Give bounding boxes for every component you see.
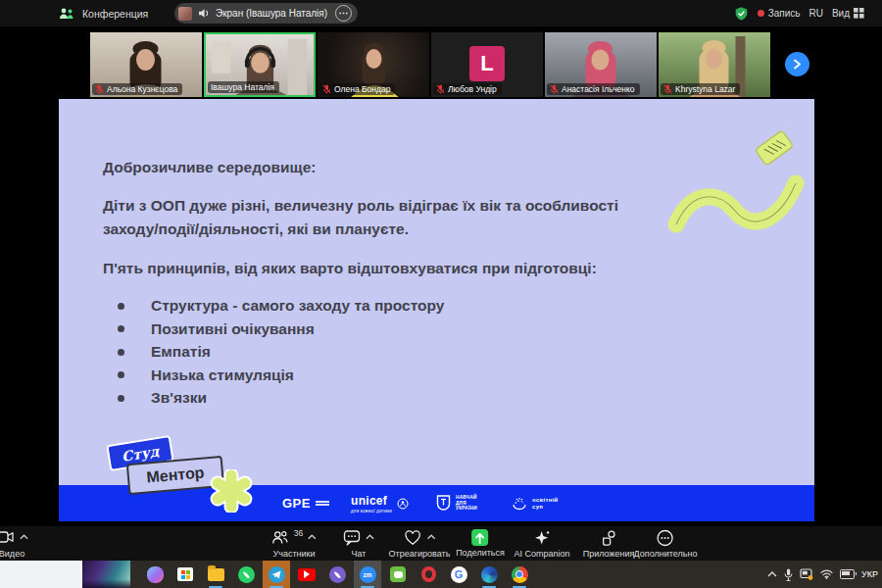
recording-indicator[interactable]: Запись: [758, 8, 801, 19]
explorer-active-underline: [209, 586, 222, 588]
view-label: Вид: [832, 8, 850, 19]
chevron-up-icon[interactable]: [308, 534, 317, 540]
teach-line3: УКРАЇНИ: [456, 506, 477, 512]
squiggle-decoration: [659, 126, 825, 244]
search-highlight-image[interactable]: [82, 561, 130, 588]
participant-name: Khrystyna Lazar: [675, 84, 735, 94]
interpretation-language[interactable]: RU: [808, 8, 822, 19]
messenger-app-icon[interactable]: [386, 563, 410, 586]
file-explorer-icon[interactable]: [204, 563, 227, 586]
bullet-dot: [118, 303, 124, 310]
participants-button[interactable]: 36 Участники: [271, 529, 317, 559]
meeting-top-bar: Конференция Экран (Івашура Наталія): [0, 0, 882, 26]
unicef-tagline: для кожної дитини: [351, 509, 392, 514]
chevron-up-icon[interactable]: [366, 534, 374, 540]
chevron-up-icon[interactable]: [426, 534, 435, 540]
tray-battery-icon[interactable]: [840, 569, 855, 579]
share-source-label: Экран (Івашура Наталія): [216, 8, 327, 19]
participant-avatar: L: [469, 46, 505, 81]
participant-nameplate: Khrystyna Lazar: [661, 83, 740, 95]
whatsapp-icon[interactable]: [234, 563, 258, 586]
participants-label: Участники: [273, 549, 316, 559]
view-button[interactable]: Вид: [832, 8, 864, 19]
share-more-button[interactable]: [335, 5, 352, 22]
video-tile-anastasiia[interactable]: Анастасія Ільченко: [545, 32, 657, 97]
screen-share-pill[interactable]: Экран (Івашура Наталія): [174, 3, 358, 24]
recording-label: Запись: [768, 8, 801, 19]
chat-button[interactable]: Чат: [343, 529, 374, 559]
video-tile-olena[interactable]: Олена Бондар: [318, 32, 429, 97]
share-screen-label: Поделиться: [456, 548, 505, 558]
ai-companion-button[interactable]: AI Companion: [514, 529, 569, 559]
participant-name: Івашура Наталія: [211, 82, 274, 92]
slide-paragraph: Діти з ООП дуже різні, величезну роль ві…: [103, 194, 671, 240]
bullet-item: Позитивні очікування: [118, 320, 444, 338]
google-icon[interactable]: G: [447, 563, 470, 586]
participant-name: Олена Бондар: [334, 84, 390, 94]
video-tile-alona[interactable]: Альона Кузнєцова: [90, 32, 202, 97]
teach-for-ukraine-emblem-icon: [436, 495, 451, 512]
unicef-logo: unicef для кожної дитини: [351, 485, 409, 521]
bullet-dot: [118, 349, 124, 356]
youtube-icon[interactable]: [295, 563, 318, 586]
asterisk-icon: [210, 469, 253, 513]
edge-icon[interactable]: [477, 563, 501, 586]
presenter-thumbnail: [178, 7, 192, 21]
bullet-text: Низька стимуляція: [151, 367, 294, 384]
unicef-logo-text: unicef: [351, 494, 387, 508]
zoom-app-letters: zm: [363, 571, 371, 578]
gpe-tagline-bars: [316, 501, 329, 506]
more-button[interactable]: Дополнительно: [634, 529, 698, 559]
gpe-logo: GPE: [282, 485, 329, 521]
viber-icon[interactable]: [325, 563, 349, 586]
tray-language-indicator[interactable]: УКР: [861, 569, 878, 579]
video-button[interactable]: Видео: [0, 529, 28, 559]
chrome-icon[interactable]: [508, 563, 531, 586]
microsoft-store-icon[interactable]: [173, 563, 197, 586]
tray-microphone-icon[interactable]: [784, 568, 793, 581]
soup-line2: суп: [532, 504, 559, 511]
teach-for-ukraine-logo: НАВЧАЙ ДЛЯ УКРАЇНИ: [436, 485, 477, 521]
chevron-right-icon: [793, 59, 802, 70]
top-bar-right-cluster: Запись RU Вид: [734, 0, 864, 26]
react-label: Отреагировать: [389, 549, 451, 559]
participant-name: Альона Кузнєцова: [107, 84, 177, 94]
tray-wifi-icon[interactable]: [820, 569, 833, 579]
tray-screen-share-icon[interactable]: [800, 568, 813, 580]
bullet-item: Емпатія: [118, 343, 444, 361]
more-label: Дополнительно: [634, 549, 698, 559]
taskbar-search-box[interactable]: [0, 561, 82, 588]
tray-chevron-up-icon[interactable]: [767, 571, 777, 577]
camera-icon: [0, 529, 15, 545]
participants-icon: [271, 529, 289, 546]
osvitnii-sup-logo: освітній суп: [512, 485, 559, 521]
meeting-info[interactable]: Конференция: [59, 0, 148, 26]
participants-count-badge: 36: [294, 528, 303, 538]
windows-taskbar: zm G: [0, 561, 882, 588]
recording-dot-icon: [758, 10, 764, 17]
telegram-icon[interactable]: [265, 563, 288, 586]
zoom-app-icon[interactable]: zm: [356, 563, 379, 586]
chevron-up-icon[interactable]: [20, 534, 28, 540]
next-participants-button[interactable]: [785, 52, 809, 76]
bullet-dot: [118, 325, 124, 332]
osvitnii-sup-emblem-icon: [512, 497, 527, 511]
gpe-logo-text: GPE: [282, 496, 311, 511]
ai-companion-label: AI Companion: [514, 549, 569, 559]
copilot-icon[interactable]: [143, 563, 167, 586]
bullet-text: Позитивні очікування: [151, 320, 315, 338]
video-tile-khrystyna[interactable]: Khrystyna Lazar: [659, 32, 770, 97]
apps-button[interactable]: Приложения: [583, 529, 635, 559]
speaker-icon: [198, 8, 210, 19]
shared-screen-slide: Доброзичливе середовище: Діти з ООП дуже…: [59, 99, 814, 521]
bullet-text: Емпатія: [151, 343, 211, 361]
opera-icon[interactable]: [416, 563, 440, 586]
soup-line1: освітній: [532, 497, 559, 504]
react-button[interactable]: Отреагировать: [389, 529, 451, 559]
share-screen-button[interactable]: Поделиться: [456, 529, 505, 558]
video-tile-liubov[interactable]: L Анастасія Ільченко Любов Ундір: [431, 32, 543, 97]
mic-muted-icon: [322, 84, 331, 94]
video-tile-ivashura-active-speaker[interactable]: Івашура Наталія: [204, 32, 316, 97]
conference-people-icon: [59, 7, 74, 21]
security-shield-icon[interactable]: [734, 6, 749, 22]
